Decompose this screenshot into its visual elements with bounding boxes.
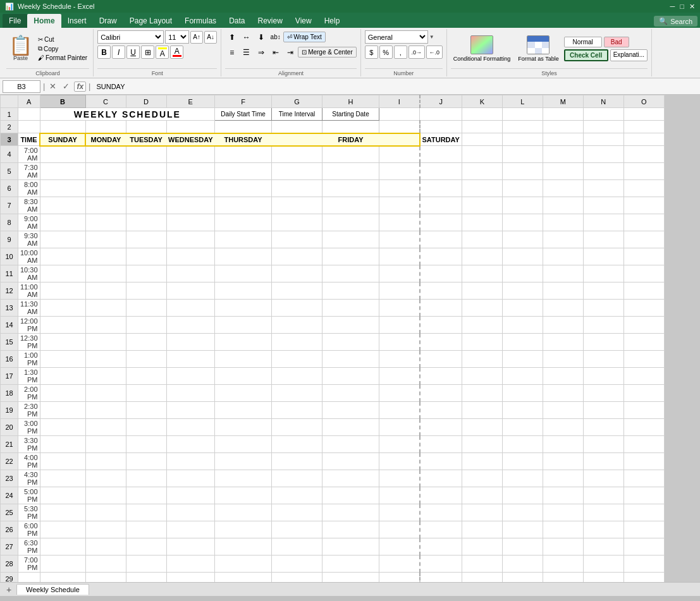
cell-C22[interactable] <box>85 453 126 470</box>
cell-reference-input[interactable] <box>3 80 40 93</box>
cell-H2[interactable] <box>322 121 379 133</box>
paste-button[interactable]: 📋 Paste <box>6 35 35 63</box>
cell-D21[interactable] <box>126 436 166 453</box>
cell-I7[interactable] <box>379 197 420 214</box>
cell-I16[interactable] <box>379 351 420 368</box>
cell-F16[interactable] <box>215 351 272 368</box>
cell-D15[interactable] <box>126 334 166 351</box>
cell-B15[interactable] <box>40 334 85 351</box>
cell-O3[interactable] <box>623 133 664 146</box>
cell-I2[interactable] <box>379 121 420 133</box>
cell-J12[interactable] <box>420 282 462 300</box>
cell-D24[interactable] <box>126 487 166 504</box>
cell-L3[interactable] <box>502 133 543 146</box>
cell-E24[interactable] <box>166 487 215 504</box>
cell-C16[interactable] <box>85 351 126 368</box>
row-header-15[interactable]: 15 <box>1 334 18 351</box>
cell-F28[interactable] <box>215 555 272 573</box>
row-header-25[interactable]: 25 <box>1 504 18 521</box>
col-header-b[interactable]: B <box>40 95 85 108</box>
cell-L20[interactable] <box>502 419 543 436</box>
cell-K16[interactable] <box>462 351 502 368</box>
cell-N27[interactable] <box>583 538 623 555</box>
cell-I13[interactable] <box>379 300 420 317</box>
cell-M22[interactable] <box>543 453 583 470</box>
cell-O29[interactable] <box>623 573 664 583</box>
conditional-formatting-button[interactable]: Conditional Formatting <box>451 34 513 63</box>
cell-N3[interactable] <box>583 133 623 146</box>
cell-N16[interactable] <box>583 351 623 368</box>
cell-I20[interactable] <box>379 419 420 436</box>
cell-J16[interactable] <box>420 351 462 368</box>
number-format-select[interactable]: General <box>365 30 428 44</box>
cell-A9[interactable]: 9:30 AM <box>18 231 40 248</box>
cell-L22[interactable] <box>502 453 543 470</box>
cell-C26[interactable] <box>85 521 126 538</box>
cell-H5[interactable] <box>322 163 379 180</box>
cell-O8[interactable] <box>623 214 664 231</box>
cell-C8[interactable] <box>85 214 126 231</box>
cell-J11[interactable] <box>420 265 462 282</box>
tab-data[interactable]: Data <box>223 14 251 28</box>
cell-M24[interactable] <box>543 487 583 504</box>
cell-J28[interactable] <box>420 555 462 573</box>
cell-D7[interactable] <box>126 197 166 214</box>
cell-J8[interactable] <box>420 214 462 231</box>
cell-G10[interactable] <box>272 248 322 265</box>
cell-G25[interactable] <box>272 504 322 521</box>
cell-J26[interactable] <box>420 521 462 538</box>
cell-K22[interactable] <box>462 453 502 470</box>
cell-N18[interactable] <box>583 385 623 402</box>
cell-L24[interactable] <box>502 487 543 504</box>
cell-E9[interactable] <box>166 231 215 248</box>
cell-L1[interactable] <box>502 108 543 121</box>
cell-K21[interactable] <box>462 436 502 453</box>
cell-F15[interactable] <box>215 334 272 351</box>
cell-N2[interactable] <box>583 121 623 133</box>
font-decrease-button[interactable]: A↓ <box>204 31 217 44</box>
cell-L5[interactable] <box>502 163 543 180</box>
cell-J17[interactable] <box>420 368 462 385</box>
cell-K4[interactable] <box>462 146 502 163</box>
cell-E8[interactable] <box>166 214 215 231</box>
cell-O15[interactable] <box>623 334 664 351</box>
cell-J13[interactable] <box>420 300 462 317</box>
cell-G9[interactable] <box>272 231 322 248</box>
cell-H28[interactable] <box>322 555 379 573</box>
cell-C23[interactable] <box>85 470 126 487</box>
cell-A4[interactable]: 7:00 AM <box>18 146 40 163</box>
cell-M11[interactable] <box>543 265 583 282</box>
col-header-e[interactable]: E <box>166 95 215 108</box>
cell-O20[interactable] <box>623 419 664 436</box>
cell-N7[interactable] <box>583 197 623 214</box>
cell-F3[interactable]: THURSDAY <box>215 133 272 146</box>
font-increase-button[interactable]: A↑ <box>190 31 203 44</box>
cell-O1[interactable] <box>623 108 664 121</box>
row-header-6[interactable]: 6 <box>1 180 18 197</box>
cell-O24[interactable] <box>623 487 664 504</box>
cell-G19[interactable] <box>272 402 322 419</box>
cell-M5[interactable] <box>543 163 583 180</box>
cell-L28[interactable] <box>502 555 543 573</box>
cell-A27[interactable]: 6:30 PM <box>18 538 40 555</box>
cell-B28[interactable] <box>40 555 85 573</box>
cell-E6[interactable] <box>166 180 215 197</box>
cell-C4[interactable] <box>85 146 126 163</box>
cell-J21[interactable] <box>420 436 462 453</box>
cell-M1[interactable] <box>543 108 583 121</box>
cell-D9[interactable] <box>126 231 166 248</box>
cell-G23[interactable] <box>272 470 322 487</box>
cell-L25[interactable] <box>502 504 543 521</box>
cell-N19[interactable] <box>583 402 623 419</box>
cell-E18[interactable] <box>166 385 215 402</box>
cell-J15[interactable] <box>420 334 462 351</box>
cell-E12[interactable] <box>166 282 215 300</box>
cell-I29[interactable] <box>379 573 420 583</box>
cell-H16[interactable] <box>322 351 379 368</box>
cell-C21[interactable] <box>85 436 126 453</box>
cell-N22[interactable] <box>583 453 623 470</box>
align-center-button[interactable]: ☰ <box>240 46 253 59</box>
cell-D5[interactable] <box>126 163 166 180</box>
cell-J1[interactable] <box>420 108 462 121</box>
cell-B26[interactable] <box>40 521 85 538</box>
